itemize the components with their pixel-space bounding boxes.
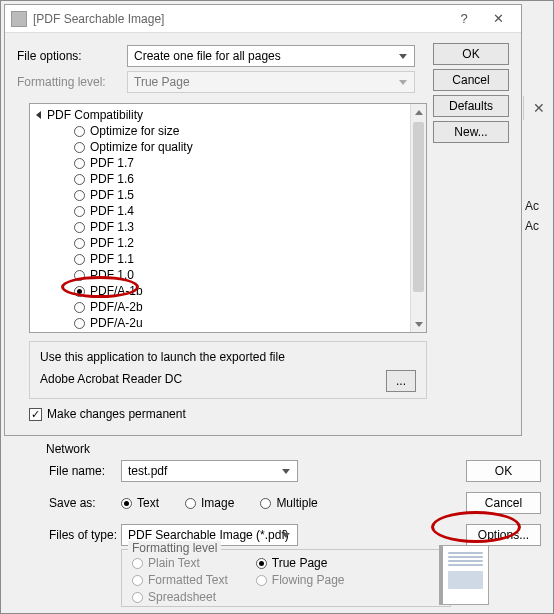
radio-icon — [185, 498, 196, 509]
radio-icon — [74, 222, 85, 233]
radio-icon — [256, 558, 267, 569]
radio-icon — [74, 142, 85, 153]
app-icon — [11, 11, 27, 27]
fmt-radio-formatted-text: Formatted Text — [132, 573, 228, 587]
browse-app-button[interactable]: ... — [386, 370, 416, 392]
file-options-label: File options: — [17, 49, 127, 63]
radio-icon — [74, 190, 85, 201]
tree-item[interactable]: PDF/A-2b — [34, 299, 424, 315]
radio-icon — [74, 254, 85, 265]
tree-item-label: PDF 1.1 — [90, 251, 134, 267]
tree-item[interactable]: PDF 1.0 — [34, 267, 424, 283]
new-button[interactable]: New... — [433, 121, 509, 143]
radio-icon — [256, 575, 267, 586]
fmt-radio-plain-text: Plain Text — [132, 556, 228, 570]
make-permanent-checkbox[interactable]: Make changes permanent — [29, 407, 186, 421]
radio-icon — [132, 575, 143, 586]
fmt-radio-spreadsheet: Spreadsheet — [132, 590, 228, 604]
tree-item-label: Optimize for quality — [90, 139, 193, 155]
formatting-level-select: True Page — [127, 71, 415, 93]
filename-input[interactable]: test.pdf — [121, 460, 298, 482]
tree-item[interactable]: PDF 1.6 — [34, 171, 424, 187]
pdf-options-dialog: [PDF Searchable Image] ? ✕ File options:… — [4, 4, 522, 436]
radio-icon — [74, 126, 85, 137]
tree-item-label: PDF 1.5 — [90, 187, 134, 203]
make-permanent-label: Make changes permanent — [47, 407, 186, 421]
launch-app-box: Use this application to launch the expor… — [29, 341, 427, 399]
ok-button[interactable]: OK — [433, 43, 509, 65]
radio-icon — [74, 286, 85, 297]
defaults-button[interactable]: Defaults — [433, 95, 509, 117]
tree-item-label: Optimize for size — [90, 123, 179, 139]
page-preview-thumbnail — [439, 545, 489, 605]
tree-item[interactable]: PDF 1.4 — [34, 203, 424, 219]
tree-group-label: PDF Compatibility — [47, 107, 143, 123]
fmt-radio-flowing-page: Flowing Page — [256, 573, 345, 587]
cancel-button[interactable]: Cancel — [433, 69, 509, 91]
radio-icon — [74, 302, 85, 313]
peek-line: Ac — [525, 216, 539, 236]
dialog-title: [PDF Searchable Image] — [33, 12, 447, 26]
collapse-triangle-icon[interactable] — [36, 111, 41, 119]
saveas-radio-text[interactable]: Text — [121, 496, 159, 510]
radio-icon — [132, 592, 143, 603]
files-of-type-label: Files of type: — [31, 528, 121, 542]
tree-item-label: PDF 1.2 — [90, 235, 134, 251]
parent-peek-text: Ac Ac — [525, 196, 539, 236]
options-button[interactable]: Options... — [466, 524, 541, 546]
formatting-level-legend: Formatting level — [128, 541, 221, 555]
radio-icon — [132, 558, 143, 569]
pdf-compatibility-tree[interactable]: PDF Compatibility Optimize for sizeOptim… — [29, 103, 427, 333]
tree-item[interactable]: Optimize for size — [34, 123, 424, 139]
scroll-thumb[interactable] — [413, 122, 424, 292]
chevron-down-icon[interactable] — [396, 49, 410, 63]
tree-item[interactable]: PDF/A-1b — [34, 283, 424, 299]
parent-cancel-button[interactable]: Cancel — [466, 492, 541, 514]
files-of-type-value: PDF Searchable Image (*.pdf) — [128, 528, 289, 542]
dialog-titlebar: [PDF Searchable Image] ? ✕ — [5, 5, 521, 33]
tree-item[interactable]: PDF/A-2u — [34, 315, 424, 331]
tree-item-label: PDF 1.4 — [90, 203, 134, 219]
tree-item[interactable]: PDF 1.1 — [34, 251, 424, 267]
tree-item[interactable]: PDF 1.3 — [34, 219, 424, 235]
tree-item[interactable]: PDF 1.5 — [34, 187, 424, 203]
file-options-select[interactable]: Create one file for all pages — [127, 45, 415, 67]
scrollbar[interactable] — [410, 104, 426, 332]
saveas-radio-image[interactable]: Image — [185, 496, 234, 510]
radio-icon — [121, 498, 132, 509]
formatting-level-label: Formatting level: — [17, 75, 127, 89]
fmt-radio-true-page[interactable]: True Page — [256, 556, 345, 570]
checkbox-icon — [29, 408, 42, 421]
tree-item[interactable]: Optimize for quality — [34, 139, 424, 155]
tree-item-label: PDF 1.0 — [90, 267, 134, 283]
saveas-label: Save as: — [31, 496, 121, 510]
filename-value: test.pdf — [128, 464, 167, 478]
tree-item-label: PDF/A-1b — [90, 283, 143, 299]
saveas-radio-multiple[interactable]: Multiple — [260, 496, 317, 510]
chevron-down-icon[interactable] — [279, 528, 293, 542]
tree-item-label: PDF/A-2u — [90, 315, 143, 331]
launch-app-name: Adobe Acrobat Reader DC — [40, 372, 416, 386]
radio-icon — [260, 498, 271, 509]
close-button[interactable]: ✕ — [481, 5, 515, 33]
radio-icon — [74, 238, 85, 249]
tree-item[interactable]: PDF 1.7 — [34, 155, 424, 171]
tree-item-label: PDF/A-2b — [90, 299, 143, 315]
radio-icon — [74, 158, 85, 169]
tree-item[interactable]: PDF 1.2 — [34, 235, 424, 251]
chevron-down-icon[interactable] — [279, 464, 293, 478]
parent-close-button[interactable]: ✕ — [523, 96, 553, 120]
radio-icon — [74, 270, 85, 281]
scroll-up-button[interactable] — [411, 104, 426, 120]
parent-ok-button[interactable]: OK — [466, 460, 541, 482]
help-button[interactable]: ? — [447, 5, 481, 33]
chevron-down-icon — [396, 75, 410, 89]
tree-item-label: PDF 1.6 — [90, 171, 134, 187]
peek-line: Ac — [525, 196, 539, 216]
scroll-down-button[interactable] — [411, 316, 426, 332]
tree-group-header[interactable]: PDF Compatibility — [34, 107, 424, 123]
filename-label: File name: — [31, 464, 121, 478]
launch-caption: Use this application to launch the expor… — [40, 350, 416, 364]
radio-icon — [74, 206, 85, 217]
tree-item-label: PDF 1.3 — [90, 219, 134, 235]
